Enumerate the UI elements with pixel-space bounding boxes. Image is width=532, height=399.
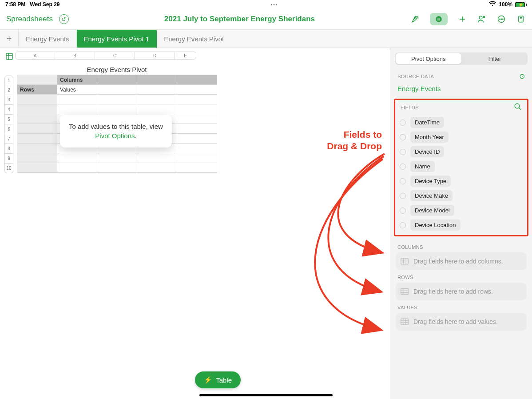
field-datetime[interactable]: DateTime bbox=[398, 115, 524, 130]
field-radio[interactable] bbox=[400, 164, 406, 170]
rows-header: Rows bbox=[17, 85, 57, 95]
source-data-label: SOURCE DATA ⊙ bbox=[390, 70, 532, 82]
row-head[interactable]: 7 bbox=[4, 134, 13, 144]
tab-energy-events-pivot-1[interactable]: Energy Events Pivot 1 bbox=[77, 30, 157, 48]
segmented-control[interactable]: Pivot Options Filter bbox=[395, 52, 528, 65]
col-head[interactable]: C bbox=[95, 52, 135, 60]
field-month-year[interactable]: Month Year bbox=[398, 130, 524, 144]
field-chip[interactable]: Device Model bbox=[410, 205, 454, 216]
pivot-hint-popover: To add values to this table, view Pivot … bbox=[60, 115, 172, 148]
select-all-corner[interactable] bbox=[4, 52, 14, 61]
seg-filter[interactable]: Filter bbox=[462, 52, 528, 65]
values-icon bbox=[400, 318, 409, 326]
field-radio[interactable] bbox=[400, 149, 406, 155]
add-icon[interactable]: + bbox=[457, 14, 467, 24]
row-head[interactable]: 2 bbox=[4, 85, 13, 95]
row-head[interactable]: 9 bbox=[4, 154, 13, 164]
col-head[interactable]: B bbox=[55, 52, 95, 60]
field-chip[interactable]: Device Location bbox=[410, 219, 461, 231]
app-header: Spreadsheets ↺ 2021 July to September En… bbox=[0, 9, 532, 29]
row-head[interactable]: 4 bbox=[4, 105, 13, 115]
field-radio[interactable] bbox=[400, 193, 406, 199]
svg-rect-13 bbox=[401, 258, 409, 264]
fields-label: FIELDS bbox=[401, 105, 419, 110]
tab-label: Energy Events bbox=[26, 35, 69, 43]
field-radio[interactable] bbox=[400, 178, 406, 184]
tab-energy-events[interactable]: Energy Events bbox=[19, 30, 77, 48]
field-chip[interactable]: Device Make bbox=[410, 190, 453, 201]
field-device-location[interactable]: Device Location bbox=[398, 218, 524, 232]
document-icon[interactable] bbox=[516, 14, 526, 24]
status-time: 7:58 PM bbox=[5, 1, 25, 8]
tab-label: Energy Events Pivot bbox=[164, 35, 224, 43]
row-head[interactable]: 6 bbox=[4, 124, 13, 134]
row-head[interactable]: 3 bbox=[4, 95, 13, 105]
field-chip[interactable]: Device Type bbox=[410, 176, 451, 187]
field-chip[interactable]: Device ID bbox=[410, 146, 444, 157]
document-title[interactable]: 2021 July to September Energy Sheridans bbox=[69, 15, 410, 24]
pivot-panel-icon[interactable] bbox=[430, 13, 448, 25]
field-device-make[interactable]: Device Make bbox=[398, 188, 524, 203]
svg-point-7 bbox=[500, 19, 500, 20]
rows-label: ROWS bbox=[390, 270, 532, 283]
svg-point-12 bbox=[515, 104, 520, 108]
field-device-type[interactable]: Device Type bbox=[398, 174, 524, 188]
row-ruler[interactable]: 1 2 3 4 5 6 7 8 9 10 bbox=[4, 76, 13, 173]
svg-rect-15 bbox=[401, 319, 409, 324]
row-head[interactable]: 1 bbox=[4, 76, 13, 85]
values-label: VALUES bbox=[390, 300, 532, 313]
search-icon[interactable] bbox=[514, 103, 522, 112]
row-head[interactable]: 5 bbox=[4, 115, 13, 124]
drop-placeholder: Drag fields here to add columns. bbox=[413, 258, 503, 265]
home-indicator[interactable] bbox=[199, 394, 333, 396]
collaborate-icon[interactable] bbox=[477, 14, 487, 24]
values-cell: Values bbox=[57, 85, 97, 95]
pivot-table-title[interactable]: Energy Events Pivot bbox=[17, 66, 217, 73]
svg-point-4 bbox=[479, 16, 482, 19]
table-fab[interactable]: ⚡ Table bbox=[195, 371, 241, 388]
annotation-text: Fields to Drag & Drop bbox=[311, 129, 382, 152]
field-radio[interactable] bbox=[400, 120, 406, 126]
values-drop-zone[interactable]: Drag fields here to add values. bbox=[396, 313, 527, 331]
field-name[interactable]: Name bbox=[398, 159, 524, 174]
field-chip[interactable]: Month Year bbox=[410, 132, 449, 143]
col-head[interactable]: A bbox=[15, 52, 55, 60]
sheet-area[interactable]: A B C D E 1 2 3 4 5 6 7 8 9 10 Energy Ev… bbox=[0, 48, 390, 399]
battery-icon: ⚡ bbox=[515, 2, 527, 7]
svg-rect-2 bbox=[437, 19, 440, 20]
status-date: Wed Sep 29 bbox=[30, 1, 60, 8]
columns-icon bbox=[400, 257, 409, 265]
field-radio[interactable] bbox=[400, 134, 406, 140]
format-icon[interactable] bbox=[410, 14, 420, 24]
tip-text: To add values to this table, view bbox=[69, 123, 163, 130]
fab-label: Table bbox=[216, 376, 232, 384]
field-radio[interactable] bbox=[400, 222, 406, 228]
sheet-tabs: + Energy Events Energy Events Pivot 1 En… bbox=[0, 29, 532, 48]
field-chip[interactable]: Name bbox=[410, 161, 435, 172]
field-device-model[interactable]: Device Model bbox=[398, 203, 524, 218]
row-head[interactable]: 8 bbox=[4, 144, 13, 154]
column-ruler[interactable]: A B C D E bbox=[15, 52, 196, 60]
columns-drop-zone[interactable]: Drag fields here to add columns. bbox=[396, 252, 527, 270]
tab-energy-events-pivot[interactable]: Energy Events Pivot bbox=[157, 30, 231, 48]
undo-icon[interactable]: ↺ bbox=[59, 14, 69, 24]
svg-point-5 bbox=[483, 16, 484, 17]
col-head[interactable]: D bbox=[135, 52, 175, 60]
add-sheet-button[interactable]: + bbox=[0, 30, 19, 48]
field-device-id[interactable]: Device ID bbox=[398, 144, 524, 159]
seg-pivot-options[interactable]: Pivot Options bbox=[396, 53, 461, 64]
row-head[interactable]: 10 bbox=[4, 164, 13, 173]
svg-rect-3 bbox=[437, 20, 440, 21]
rows-icon bbox=[400, 287, 409, 295]
back-button[interactable]: Spreadsheets bbox=[6, 15, 53, 24]
svg-rect-1 bbox=[437, 18, 440, 19]
field-radio[interactable] bbox=[400, 207, 406, 214]
more-icon[interactable] bbox=[496, 14, 506, 24]
status-pill: ••• bbox=[60, 2, 489, 7]
source-more-icon[interactable]: ⊙ bbox=[519, 72, 525, 80]
rows-drop-zone[interactable]: Drag fields here to add rows. bbox=[396, 283, 527, 300]
pivot-options-link[interactable]: Pivot Options bbox=[95, 132, 135, 140]
col-head[interactable]: E bbox=[175, 52, 196, 60]
field-chip[interactable]: DateTime bbox=[410, 117, 444, 128]
source-data-name[interactable]: Energy Events bbox=[390, 82, 532, 99]
